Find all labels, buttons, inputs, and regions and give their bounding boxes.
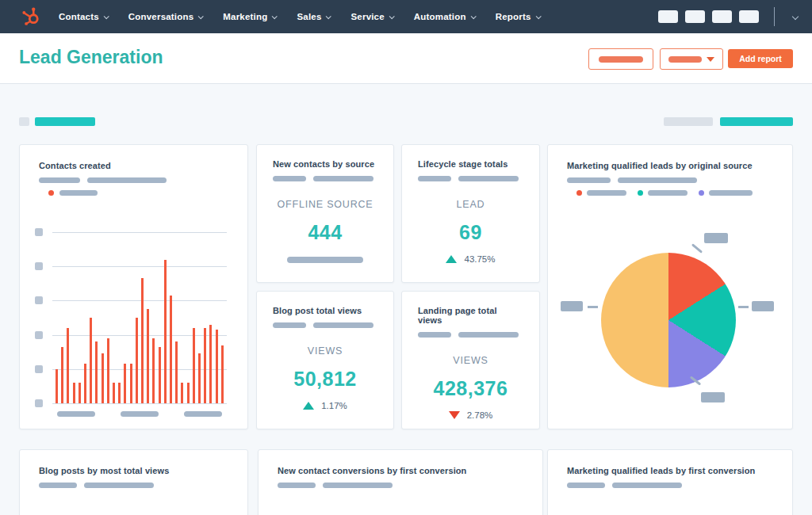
toolbar-filter-placeholder[interactable] [35, 117, 95, 126]
bar [204, 328, 206, 403]
bar [170, 296, 172, 403]
toolbar-option-placeholder[interactable] [664, 117, 713, 126]
top-navigation-bar: ContactsConversationsMarketingSalesServi… [0, 0, 812, 33]
bar [84, 364, 86, 403]
card-new-contacts-by-source: New contacts by source OFFLINE SOURCE 44… [256, 144, 394, 283]
legend-label-placeholder [709, 190, 753, 196]
pie-legend [576, 190, 773, 196]
bar [118, 383, 121, 403]
delta-value: 1.17% [321, 401, 347, 410]
nav-tool-icon-placeholder[interactable] [739, 10, 759, 23]
card-lifecycle-stage-totals: Lifecycle stage totals LEAD 69 43.75% [401, 144, 540, 283]
text-placeholder [567, 483, 605, 488]
card-subtitle-placeholders [39, 177, 228, 183]
bar [79, 383, 81, 403]
bar-chart-plot [52, 232, 227, 403]
nav-right-tools [658, 0, 812, 33]
header-action-button-1[interactable] [588, 48, 653, 70]
toolbar-action-placeholder[interactable] [720, 117, 793, 126]
card-subtitle-placeholders [273, 322, 377, 328]
nav-tool-icon-placeholder[interactable] [685, 10, 705, 23]
text-placeholder [458, 176, 519, 181]
card-subtitle-placeholders [567, 177, 773, 183]
dashboard-toolbar-right [664, 117, 793, 126]
metric-value: 428,376 [418, 377, 523, 400]
card-subtitle-placeholders [418, 332, 523, 338]
nav-item-conversations[interactable]: Conversations [128, 12, 202, 21]
chevron-down-icon [103, 13, 109, 19]
text-placeholder [567, 177, 611, 183]
metric-footnote-placeholder [287, 257, 363, 263]
nav-item-marketing[interactable]: Marketing [223, 12, 276, 21]
header-dropdown-button[interactable] [660, 48, 723, 70]
nav-item-label: Conversations [128, 12, 193, 21]
nav-item-contacts[interactable]: Contacts [59, 12, 108, 21]
nav-tool-icon-placeholder[interactable] [712, 10, 732, 23]
bar [216, 330, 218, 403]
trend-up-icon [446, 255, 457, 263]
text-placeholder [323, 483, 393, 488]
nav-item-automation[interactable]: Automation [414, 12, 475, 21]
metric-delta: 43.75% [418, 254, 523, 264]
nav-item-sales[interactable]: Sales [297, 12, 330, 21]
chevron-down-icon [389, 13, 394, 19]
legend-label-placeholder [59, 190, 98, 196]
nav-item-reports[interactable]: Reports [496, 12, 540, 21]
card-title: Marketing qualified leads by first conve… [567, 466, 773, 475]
bar [141, 278, 144, 403]
toolbar-icon-placeholder[interactable] [19, 117, 29, 126]
pie-chart [601, 253, 736, 387]
bar [175, 341, 178, 403]
pie-callout-line [691, 243, 703, 254]
text-placeholder [418, 176, 451, 181]
redacted-button-label [599, 56, 643, 63]
card-mql-by-original-source: Marketing qualified leads by original so… [547, 144, 793, 429]
nav-item-label: Service [350, 12, 384, 21]
text-placeholder [39, 483, 77, 488]
bar [147, 309, 149, 403]
legend-label-placeholder [587, 190, 626, 196]
delta-value: 2.78% [467, 410, 493, 420]
bar [164, 260, 167, 403]
metric-delta: 2.78% [418, 410, 523, 420]
bar [198, 353, 201, 403]
chevron-down-icon [198, 13, 204, 19]
bar [56, 369, 58, 403]
text-placeholder [313, 322, 373, 328]
legend-label-placeholder [648, 190, 688, 196]
bar [209, 325, 212, 403]
hubspot-logo-icon[interactable] [19, 5, 43, 29]
y-tick-placeholder [35, 331, 43, 339]
nav-item-service[interactable]: Service [350, 12, 393, 21]
nav-tool-icon-placeholder[interactable] [658, 10, 678, 23]
legend-dot-icon [638, 190, 643, 196]
x-tick-placeholder [121, 411, 159, 417]
metric-label: OFFLINE SOURCE [273, 199, 377, 210]
add-report-button[interactable]: Add report [728, 49, 793, 68]
card-contacts-created: Contacts created [19, 144, 248, 429]
text-placeholder [278, 483, 316, 488]
y-tick-placeholder [35, 296, 43, 304]
metric-delta: 1.17% [273, 401, 377, 410]
legend-dot-icon [576, 190, 582, 196]
card-subtitle-placeholders [567, 483, 773, 488]
bar [102, 353, 104, 403]
text-placeholder [87, 177, 167, 183]
y-tick-placeholder [35, 399, 43, 407]
chevron-down-icon [326, 13, 331, 19]
bar [221, 345, 224, 403]
card-subtitle-placeholders [273, 176, 377, 181]
pie-callout-label-placeholder [752, 301, 774, 311]
card-title: Lifecycle stage totals [418, 159, 523, 169]
card-blog-posts-most-views: Blog posts by most total views [19, 449, 248, 515]
account-chevron-down-icon[interactable] [792, 13, 799, 20]
card-new-contact-conversions: New contact conversions by first convers… [258, 449, 543, 515]
metric-label: LEAD [418, 199, 523, 210]
card-title: New contact conversions by first convers… [278, 466, 523, 475]
page-title: Lead Generation [19, 47, 163, 68]
y-tick-placeholder [35, 228, 43, 236]
metric-value: 444 [273, 221, 377, 244]
delta-value: 43.75% [464, 254, 495, 264]
bar [73, 383, 75, 403]
bar [187, 383, 190, 403]
